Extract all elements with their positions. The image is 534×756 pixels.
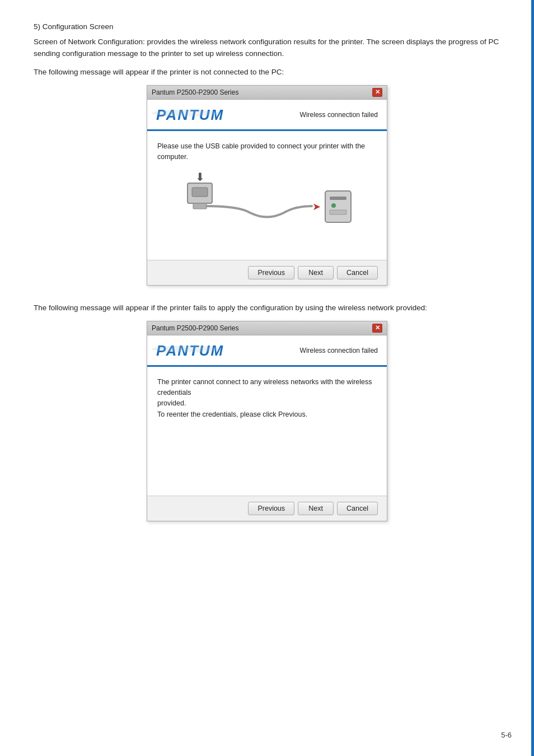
description-2: The following message will appear if the…: [34, 67, 500, 78]
svg-point-7: [331, 203, 336, 208]
pantum-logo-2: PANTUM: [156, 342, 224, 360]
usb-cable-svg: ⬇ ➤: [177, 171, 357, 238]
dialog-2-titlebar: Pantum P2500-P2900 Series ✕: [147, 321, 387, 335]
svg-rect-8: [330, 210, 346, 214]
page-number: 5-6: [501, 731, 512, 739]
dialog-2-body: The printer cannot connect to any wirele…: [147, 367, 387, 496]
svg-rect-2: [192, 188, 208, 197]
pantum-logo-1: PANTUM: [156, 106, 224, 124]
dialog-1: Pantum P2500-P2900 Series ✕ PANTUM Wirel…: [147, 85, 387, 286]
usb-illustration: ⬇ ➤: [157, 171, 377, 238]
dialog-2-next-button[interactable]: Next: [298, 502, 334, 515]
dialog-1-previous-button[interactable]: Previous: [248, 266, 294, 279]
dialog-2: Pantum P2500-P2900 Series ✕ PANTUM Wirel…: [147, 321, 387, 521]
dialog-2-body-line1: The printer cannot connect to any wirele…: [157, 377, 377, 399]
dialog-1-title: Pantum P2500-P2900 Series: [152, 88, 238, 96]
dialog-2-previous-button[interactable]: Previous: [248, 502, 294, 515]
dialog-1-next-button[interactable]: Next: [298, 266, 334, 279]
dialog-2-title: Pantum P2500-P2900 Series: [152, 324, 238, 332]
dialog-2-body-line3: To reenter the credentials, please click…: [157, 409, 377, 420]
dialog-1-status: Wireless connection failed: [300, 111, 378, 119]
dialog-1-titlebar: Pantum P2500-P2900 Series ✕: [147, 86, 387, 100]
description-1: Screen of Network Configuration: provide…: [34, 36, 500, 60]
vertical-accent-bar: [531, 0, 534, 756]
svg-rect-3: [193, 203, 207, 209]
dialog-1-body-text: Please use the USB cable provided to con…: [157, 141, 377, 162]
dialog-1-header: PANTUM Wireless connection failed: [147, 100, 387, 131]
dialog-1-footer: Previous Next Cancel: [147, 260, 387, 285]
svg-text:➤: ➤: [312, 201, 321, 212]
dialog-2-header: PANTUM Wireless connection failed: [147, 335, 387, 367]
svg-rect-5: [325, 191, 351, 222]
svg-text:⬇: ⬇: [195, 171, 205, 183]
dialog-1-cancel-button[interactable]: Cancel: [337, 266, 378, 279]
description-3: The following message will appear if the…: [34, 302, 500, 314]
dialog-2-close-button[interactable]: ✕: [372, 324, 382, 333]
dialog-1-body: Please use the USB cable provided to con…: [147, 131, 387, 260]
svg-rect-6: [330, 197, 346, 200]
dialog-2-cancel-button[interactable]: Cancel: [337, 502, 378, 515]
dialog-1-close-button[interactable]: ✕: [372, 88, 382, 97]
dialog-2-footer: Previous Next Cancel: [147, 496, 387, 521]
dialog-2-body-line2: provided.: [157, 398, 377, 409]
dialog-2-status: Wireless connection failed: [300, 347, 378, 354]
section-title: 5) Configuration Screen: [34, 22, 500, 31]
